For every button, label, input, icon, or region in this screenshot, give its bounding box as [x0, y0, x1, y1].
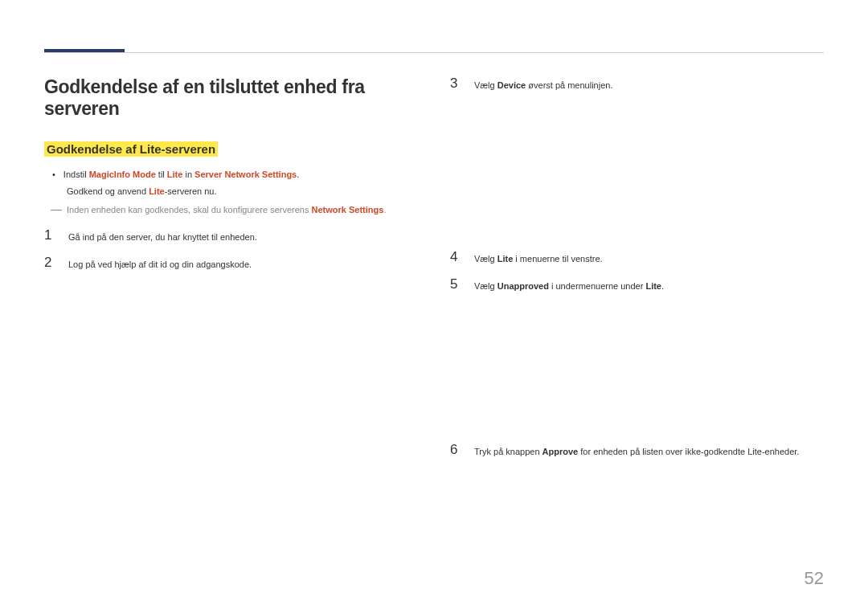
device-label: Device [497, 80, 526, 90]
note-dash: ― [51, 203, 62, 217]
t: Godkend og anvend [67, 186, 149, 196]
step-1: 1 Gå ind på den server, du har knyttet t… [44, 228, 418, 245]
bullet-sub: Godkend og anvend Lite-serveren nu. [67, 184, 418, 199]
approve-label: Approve [542, 447, 579, 456]
left-column: Godkendelse af en tilsluttet enhed fra s… [44, 76, 418, 470]
step-6: 6 Tryk på knappen Approve for enheden på… [450, 443, 824, 460]
bullet-item: • Indstil MagicInfo Mode til Lite in Ser… [52, 167, 418, 182]
lite-ref: Lite [149, 186, 165, 196]
step-text: Vælg Lite i menuerne til venstre. [474, 250, 824, 267]
lite-label: Lite [645, 281, 661, 291]
sub-heading-text: Godkendelse af Lite-serveren [44, 141, 218, 157]
right-column: 3 Vælg Device øverst på menulinjen. 4 Væ… [450, 76, 824, 470]
t: øverst på menulinjen. [526, 80, 612, 90]
step-number: 1 [44, 228, 55, 245]
t: . [297, 170, 299, 179]
header-rule [44, 52, 824, 53]
main-heading: Godkendelse af en tilsluttet enhed fra s… [44, 76, 418, 120]
magicinfo-mode: MagicInfo Mode [89, 170, 156, 179]
step-number: 6 [450, 443, 461, 460]
server-network-settings: Server Network Settings [194, 170, 297, 179]
step-text: Tryk på knappen Approve for enheden på l… [474, 443, 824, 460]
t: in [182, 170, 194, 179]
note-text: Inden enheden kan godkendes, skal du kon… [67, 203, 386, 217]
step-text: Vælg Unapproved i undermenuerne under Li… [474, 277, 824, 294]
step-number: 3 [450, 76, 461, 93]
t: Vælg [474, 254, 497, 264]
note-block: ― Inden enheden kan godkendes, skal du k… [51, 203, 418, 217]
t: til [156, 170, 167, 179]
lite-ref: Lite [167, 170, 183, 179]
step-2: 2 Log på ved hjælp af dit id og din adga… [44, 255, 418, 272]
page-number: 52 [805, 568, 824, 589]
step-number: 5 [450, 277, 461, 294]
t: for enheden på listen over ikke-godkendt… [578, 447, 799, 456]
t: Vælg [474, 281, 497, 291]
t: Tryk på knappen [474, 447, 542, 456]
t: Vælg [474, 80, 497, 90]
t: Inden enheden kan godkendes, skal du kon… [67, 205, 312, 215]
t: i undermenuerne under [549, 281, 645, 291]
bullet-text: Indstil MagicInfo Mode til Lite in Serve… [63, 167, 418, 182]
page-container: Godkendelse af en tilsluttet enhed fra s… [0, 0, 868, 613]
lite-label: Lite [497, 254, 514, 264]
step-number: 4 [450, 250, 461, 267]
t: Indstil [63, 170, 89, 179]
step-5: 5 Vælg Unapproved i undermenuerne under … [450, 277, 824, 294]
t: -serveren nu. [165, 186, 217, 196]
unapproved-label: Unapproved [497, 281, 549, 291]
bullet-block: • Indstil MagicInfo Mode til Lite in Ser… [52, 167, 418, 198]
step-text: Vælg Device øverst på menulinjen. [474, 76, 824, 93]
network-settings: Network Settings [312, 205, 384, 215]
step-text: Gå ind på den server, du har knyttet til… [68, 228, 418, 245]
step-4: 4 Vælg Lite i menuerne til venstre. [450, 250, 824, 267]
t: . [661, 281, 664, 291]
t: . [383, 205, 386, 215]
content-columns: Godkendelse af en tilsluttet enhed fra s… [44, 76, 824, 470]
bullet-dot: • [52, 167, 55, 182]
t: i menuerne til venstre. [513, 254, 602, 264]
step-number: 2 [44, 255, 55, 272]
sub-heading: Godkendelse af Lite-serveren [44, 142, 218, 156]
step-3: 3 Vælg Device øverst på menulinjen. [450, 76, 824, 93]
step-text: Log på ved hjælp af dit id og din adgang… [68, 255, 418, 272]
